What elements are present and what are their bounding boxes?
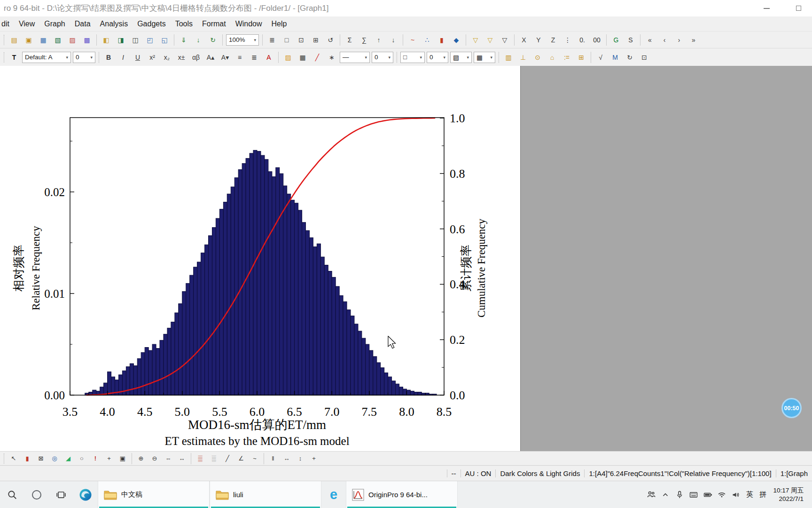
import-ascii-button[interactable]: ↓	[191, 34, 205, 46]
column-options-button[interactable]: ⋮	[561, 34, 575, 46]
sort-ascending-button[interactable]: ↑	[372, 34, 386, 46]
increase-font-button[interactable]: A▴	[203, 51, 218, 64]
taskbar-taskview-button[interactable]	[49, 481, 73, 508]
data-filter-button[interactable]: ▽	[468, 34, 483, 46]
font-size-combo[interactable]: 0▾	[73, 52, 95, 63]
script-mode-button[interactable]: S	[624, 34, 638, 46]
menu-gadgets[interactable]: Gadgets	[133, 18, 170, 30]
tray-battery-button[interactable]	[701, 481, 715, 508]
border-combo[interactable]: □▾	[400, 52, 425, 63]
mask-points-button[interactable]: ▒	[194, 453, 207, 464]
new-project-button[interactable]: ▤	[7, 34, 21, 46]
screen-reader-button[interactable]: ◎	[48, 453, 61, 464]
font-color-button[interactable]: A	[262, 51, 276, 64]
toolbar-drag-handle[interactable]	[4, 453, 5, 464]
menu-data[interactable]: Data	[70, 18, 95, 30]
subscript-button[interactable]: x₂	[160, 51, 174, 64]
tray-volume-button[interactable]	[729, 481, 743, 508]
digits-decrease-button[interactable]: 00	[590, 34, 604, 46]
italic-button[interactable]: I	[116, 51, 130, 64]
line-color-button[interactable]: ╱	[310, 51, 324, 64]
save-project-button[interactable]: ◰	[143, 34, 157, 46]
annotation-button[interactable]: !	[89, 453, 102, 464]
pan-tool-button[interactable]: ⇔	[162, 453, 175, 464]
taskbar-folder-zhongwengao-button[interactable]: 中文稿	[98, 481, 210, 508]
update-objects-button[interactable]: ↻	[623, 51, 637, 64]
plot-scatter-button[interactable]: ∴	[420, 34, 434, 46]
super-subscript-button[interactable]: x±	[174, 51, 188, 64]
pattern-button[interactable]: ▦	[296, 51, 310, 64]
greek-button[interactable]: αβ	[189, 51, 203, 64]
zoom-combo[interactable]: 100%▾	[226, 34, 259, 46]
grid-combo[interactable]: ▦▾	[474, 52, 495, 63]
zoom-in-tool-button[interactable]: ⊕	[134, 453, 148, 464]
circle-tool-button[interactable]: ○	[75, 453, 88, 464]
bold-button[interactable]: B	[102, 51, 116, 64]
recalculate-button[interactable]: ↻	[206, 34, 220, 46]
set-as-y-button[interactable]: Y	[531, 34, 546, 46]
x-distance-button[interactable]: ↔	[280, 453, 293, 464]
stats-on-rows-button[interactable]: ∑	[357, 34, 371, 46]
digits-increase-button[interactable]: 0.	[575, 34, 589, 46]
plot-template-button[interactable]: ◆	[449, 34, 463, 46]
sort-descending-button[interactable]: ↓	[386, 34, 400, 46]
graph-mode-button[interactable]: G	[609, 34, 623, 46]
add-axis-scale-button[interactable]: ⊥	[516, 51, 530, 64]
line-width-combo[interactable]: 0▾	[372, 52, 393, 63]
legend-button[interactable]: :=	[560, 51, 574, 64]
layer-manager-button[interactable]: ▣	[116, 453, 129, 464]
last-window-button[interactable]: »	[687, 34, 701, 46]
new-layout-button[interactable]: ⊞	[309, 34, 323, 46]
tray-touch-keyboard-button[interactable]	[687, 481, 701, 508]
next-window-button[interactable]: ›	[672, 34, 686, 46]
stats-on-columns-button[interactable]: Σ	[343, 34, 357, 46]
copy-graph-button[interactable]: ⊡	[294, 34, 308, 46]
taskbar-search-button[interactable]	[0, 481, 24, 508]
column-gadget-button[interactable]: ▮	[21, 453, 34, 464]
insert-equation-button[interactable]: √	[593, 51, 608, 64]
new-matrix-button[interactable]: ▩	[80, 34, 94, 46]
open-excel-button[interactable]: ◨	[114, 34, 128, 46]
new-workbook-button[interactable]: ▦	[36, 34, 50, 46]
line-style-combo[interactable]: —▾	[340, 52, 370, 63]
lock-filter-button[interactable]: ▽	[483, 34, 497, 46]
unmask-points-button[interactable]: ░	[207, 453, 220, 464]
menu-help[interactable]: Help	[267, 18, 292, 30]
taskbar-edge-button[interactable]	[73, 481, 98, 508]
previous-window-button[interactable]: ‹	[657, 34, 671, 46]
menu-format[interactable]: Format	[197, 18, 231, 30]
open-button[interactable]: ◧	[99, 34, 113, 46]
superscript-button[interactable]: x²	[145, 51, 159, 64]
open-template-button[interactable]: ◫	[128, 34, 142, 46]
menu-edit[interactable]: dit	[0, 18, 14, 30]
refresh-button[interactable]: ↺	[323, 34, 337, 46]
ime-indicator[interactable]: 拼	[756, 490, 769, 499]
print-preview-button[interactable]: □	[280, 34, 294, 46]
underline-button[interactable]: U	[131, 51, 145, 64]
align-left-button[interactable]: ≡	[233, 51, 247, 64]
taskbar-cortana-button[interactable]	[24, 481, 49, 508]
menu-graph[interactable]: Graph	[39, 18, 70, 30]
hatch-combo[interactable]: ▨▾	[450, 52, 472, 63]
print-button[interactable]: ≣	[265, 34, 279, 46]
plot-line-button[interactable]: ~	[406, 34, 420, 46]
area-gadget-button[interactable]: ◢	[62, 453, 75, 464]
taskbar-clock[interactable]: 10:17 周五 2022/7/1	[769, 486, 807, 503]
align-center-button[interactable]: ≣	[247, 51, 261, 64]
date-stamp-button[interactable]: ⊙	[531, 51, 545, 64]
menu-analysis[interactable]: Analysis	[95, 18, 133, 30]
toolbar-drag-handle[interactable]	[4, 35, 5, 45]
new-graph-button[interactable]: ▨	[65, 34, 79, 46]
tray-people-button[interactable]	[644, 481, 658, 508]
toolbar-drag-handle[interactable]	[4, 52, 5, 63]
y-distance-button[interactable]: ↕	[294, 453, 307, 464]
import-wizard-button[interactable]: ⇓	[177, 34, 191, 46]
taskbar-origin-button[interactable]: OriginPro 9 64-bi...	[346, 481, 458, 508]
rescale-tool-button[interactable]: ↔	[175, 453, 188, 464]
clear-filter-button[interactable]: ▽	[498, 34, 512, 46]
text-style-combo[interactable]: Default: A▾	[22, 52, 71, 63]
add-color-scale-button[interactable]: ▥	[501, 51, 515, 64]
border-width-combo[interactable]: 0▾	[427, 52, 448, 63]
freehand-draw-button[interactable]: ~	[248, 453, 261, 464]
graph-window[interactable]: 3.54.04.55.05.56.06.57.07.58.08.50.000.0…	[0, 66, 521, 451]
